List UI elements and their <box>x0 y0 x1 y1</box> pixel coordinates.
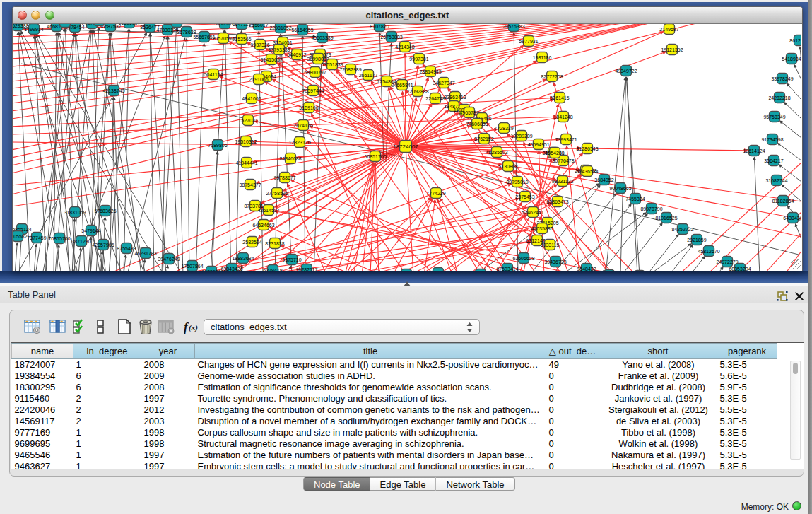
svg-text:28740864: 28740864 <box>427 271 449 271</box>
svg-text:63551839: 63551839 <box>321 62 343 67</box>
svg-text:20570592: 20570592 <box>212 36 234 41</box>
svg-text:48285503: 48285503 <box>486 150 507 155</box>
svg-text:39476249: 39476249 <box>158 257 180 262</box>
svg-text:1954280: 1954280 <box>545 151 564 156</box>
svg-text:22981052: 22981052 <box>269 25 291 30</box>
svg-text:8755439: 8755439 <box>117 246 136 251</box>
svg-text:2651177: 2651177 <box>359 73 378 78</box>
svg-text:24665841: 24665841 <box>391 83 413 88</box>
svg-text:2074176: 2074176 <box>293 123 312 128</box>
svg-text:83863413: 83863413 <box>444 95 466 100</box>
svg-text:9153566: 9153566 <box>232 37 251 42</box>
svg-text:9937326: 9937326 <box>250 42 269 47</box>
svg-text:96282117: 96282117 <box>296 267 318 271</box>
svg-text:24972279: 24972279 <box>716 259 738 264</box>
svg-text:67503414: 67503414 <box>496 267 518 271</box>
svg-text:7728339: 7728339 <box>494 126 513 131</box>
svg-text:90048665: 90048665 <box>609 186 631 191</box>
svg-text:64634663: 64634663 <box>252 223 274 228</box>
svg-text:7774229: 7774229 <box>426 191 445 196</box>
svg-text:3564217: 3564217 <box>764 158 783 163</box>
svg-text:20576383: 20576383 <box>502 24 524 29</box>
svg-text:1768805: 1768805 <box>167 24 186 25</box>
svg-text:74606833: 74606833 <box>466 122 488 127</box>
svg-text:3762152: 3762152 <box>474 136 493 141</box>
svg-text:52436584: 52436584 <box>576 169 598 174</box>
svg-text:45812670: 45812670 <box>698 249 719 254</box>
svg-text:49349722: 49349722 <box>615 69 637 74</box>
svg-text:27758595: 27758595 <box>266 191 288 196</box>
svg-text:12614124: 12614124 <box>743 148 765 153</box>
svg-text:2556017: 2556017 <box>249 24 268 28</box>
svg-text:42857966: 42857966 <box>92 243 114 247</box>
svg-text:1499914: 1499914 <box>24 27 43 32</box>
svg-text:8612220: 8612220 <box>789 38 801 43</box>
svg-text:2264748: 2264748 <box>425 96 445 101</box>
svg-text:84252722: 84252722 <box>671 227 693 232</box>
svg-text:2375453: 2375453 <box>515 194 534 199</box>
svg-text:41944441: 41944441 <box>235 160 257 165</box>
svg-text:3684052: 3684052 <box>594 177 613 182</box>
svg-text:28814949: 28814949 <box>419 69 441 74</box>
svg-text:7455324: 7455324 <box>625 197 645 201</box>
svg-text:70597444: 70597444 <box>302 88 324 93</box>
svg-text:98231132: 98231132 <box>552 179 574 184</box>
svg-text:45503389: 45503389 <box>311 35 333 40</box>
svg-text:6033115: 6033115 <box>541 243 560 247</box>
svg-text:57683626: 57683626 <box>94 209 116 214</box>
svg-text:66851760: 66851760 <box>364 154 386 159</box>
svg-text:72682989: 72682989 <box>339 67 361 72</box>
svg-text:6261415: 6261415 <box>550 95 569 100</box>
svg-text:42138745: 42138745 <box>102 88 124 93</box>
svg-text:38754377: 38754377 <box>239 182 261 187</box>
svg-text:17507864: 17507864 <box>181 264 203 269</box>
svg-text:4905582: 4905582 <box>13 234 28 239</box>
svg-text:33978249: 33978249 <box>771 76 793 81</box>
svg-text:8231838: 8231838 <box>265 241 284 246</box>
svg-text:3871230: 3871230 <box>71 239 90 244</box>
svg-text:89795010: 89795010 <box>506 180 528 185</box>
svg-text:47338124: 47338124 <box>156 28 178 33</box>
svg-text:56164955: 56164955 <box>291 28 313 33</box>
svg-text:30776478: 30776478 <box>552 158 574 163</box>
svg-text:10289289: 10289289 <box>510 134 532 139</box>
svg-text:63606628: 63606628 <box>512 256 534 261</box>
svg-text:5130808: 5130808 <box>498 164 517 169</box>
svg-text:82772208: 82772208 <box>541 74 563 79</box>
svg-text:66306997: 66306997 <box>118 24 140 25</box>
svg-text:81016525: 81016525 <box>655 216 677 221</box>
svg-text:8707870: 8707870 <box>370 24 389 29</box>
svg-text:72092888: 72092888 <box>406 89 428 94</box>
svg-text:5977931: 5977931 <box>519 39 538 44</box>
svg-text:6438436: 6438436 <box>783 216 801 221</box>
svg-text:2921859: 2921859 <box>687 238 706 243</box>
svg-text:91415657: 91415657 <box>260 57 282 62</box>
svg-text:89978790: 89978790 <box>640 206 662 211</box>
svg-text:2582524: 2582524 <box>242 240 261 245</box>
svg-text:4214348: 4214348 <box>395 45 414 49</box>
svg-text:73993471: 73993471 <box>555 137 577 142</box>
svg-text:4965789: 4965789 <box>459 110 478 115</box>
svg-text:6279418: 6279418 <box>263 268 282 271</box>
svg-text:12823170: 12823170 <box>288 140 310 145</box>
svg-text:36998038: 36998038 <box>307 57 329 62</box>
svg-text:95758349: 95758349 <box>763 115 785 119</box>
svg-text:2191066: 2191066 <box>249 77 268 82</box>
svg-text:85863473: 85863473 <box>546 199 568 204</box>
svg-text:7377459: 7377459 <box>27 235 46 240</box>
svg-text:63843426: 63843426 <box>220 267 242 271</box>
svg-text:26753883: 26753883 <box>380 35 402 40</box>
svg-text:58537831: 58537831 <box>54 24 76 25</box>
svg-text:81182864: 81182864 <box>772 199 794 204</box>
svg-text:46231783: 46231783 <box>134 251 156 256</box>
svg-text:5418934: 5418934 <box>782 57 801 62</box>
svg-text:83793389: 83793389 <box>268 47 290 52</box>
svg-text:84346088: 84346088 <box>279 156 301 161</box>
svg-text:1841248: 1841248 <box>553 115 572 119</box>
svg-text:91734598: 91734598 <box>761 137 783 142</box>
svg-text:1981186: 1981186 <box>533 55 552 60</box>
svg-text:31831063: 31831063 <box>64 210 86 215</box>
svg-text:70855700: 70855700 <box>48 236 70 241</box>
svg-text:3678638: 3678638 <box>177 30 196 35</box>
svg-text:5446912: 5446912 <box>287 52 306 57</box>
